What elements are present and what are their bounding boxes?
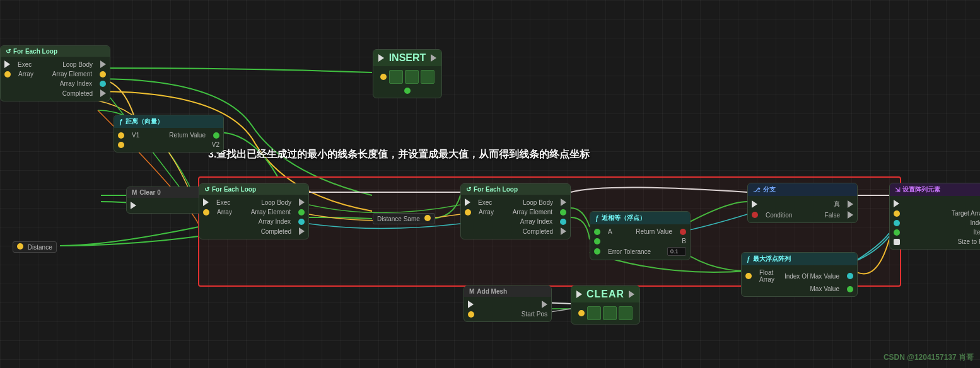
dist-return-pin [213, 132, 219, 139]
clear-body [571, 302, 639, 324]
clear-sq-2 [603, 306, 617, 320]
v2-pin [118, 142, 124, 148]
branch-header: ⎇ 分支 [748, 183, 857, 196]
insert-node: INSERT [373, 49, 442, 98]
ne-return-pin [680, 229, 686, 235]
mf-array-pin [745, 273, 752, 279]
insert-exec-out [431, 54, 436, 62]
for-each-mid-left-icon: ↺ [204, 186, 209, 193]
insert-sq-2 [405, 70, 419, 84]
mr-array-in [465, 209, 471, 216]
sa-index-pin [894, 220, 900, 226]
sa-sizefit-pin [894, 239, 900, 245]
mr-loop-body [561, 198, 566, 206]
ml-exec-in [203, 198, 209, 206]
ml-array-elem [298, 209, 305, 216]
sa-target-pin [894, 210, 900, 217]
error-tolerance-input[interactable] [667, 247, 686, 256]
branch-cond-pin [752, 212, 758, 218]
clear-node: CLEAR [571, 285, 640, 325]
mr-completed [561, 227, 566, 235]
clear0-exec-in [131, 202, 136, 209]
insert-array-pin [380, 74, 387, 80]
mf-maxval-pin [847, 286, 853, 292]
loop-body-pin [100, 60, 106, 68]
max-float-header: ƒ 最大浮点阵列 [742, 253, 857, 265]
clear-sq-1 [587, 306, 601, 320]
branch-true-pin [848, 200, 853, 208]
clear-exec-out [629, 290, 634, 298]
insert-sq-1 [389, 70, 403, 84]
mr-array-idx [560, 219, 566, 225]
distance-label: Distance [13, 241, 57, 253]
clear-sq-3 [619, 306, 633, 320]
annotation-text: 3.查找出已经生成过的最小的线条长度值，并设置成最大值，从而得到线条的终点坐标 [208, 148, 590, 161]
distance-header: ƒ 距离（向量） [114, 115, 223, 128]
array-element-pin [100, 71, 106, 78]
sa-exec-in [894, 200, 899, 207]
clear-array-pin [578, 310, 585, 316]
ne-a-pin [594, 229, 600, 235]
set-array-elem-node: ⇲ 设置阵列元素 Target Array Index Item Size to… [889, 183, 980, 250]
for-each-mid-left: ↺ For Each Loop Exec Loop Body Array Arr… [199, 183, 309, 239]
for-each-mid-right-icon: ↺ [466, 186, 471, 193]
func-ne-icon: ƒ [595, 215, 599, 222]
insert-squares [389, 70, 435, 84]
mf-index-pin [847, 273, 853, 279]
add-mesh-header: M Add Mesh [464, 286, 551, 297]
watermark: CSDN @1204157137 肖哥 [884, 352, 974, 363]
for-each-mid-right: ↺ For Each Loop Exec Loop Body Array Arr… [460, 183, 571, 239]
ml-array-in [203, 209, 209, 216]
for-each-header-top: ↺ For Each Loop [1, 46, 110, 57]
max-float-node: ƒ 最大浮点阵列 Float Array Index Of Max Value … [741, 252, 858, 297]
exec-in-pin [4, 60, 10, 68]
branch-node: ⎇ 分支 真 Condition False [747, 183, 858, 223]
insert-item-pin [404, 88, 411, 94]
near-equal-header: ƒ 近相等（浮点） [590, 212, 690, 224]
clear-header: CLEAR [571, 286, 639, 302]
distance-same-label: Distance Same [373, 213, 435, 224]
func-icon: ƒ [119, 118, 123, 125]
macro-mesh-icon: M [469, 288, 474, 295]
for-each-mid-right-header: ↺ For Each Loop [461, 184, 570, 195]
insert-exec-in [378, 54, 384, 62]
clear-squares [587, 306, 633, 320]
ne-b-pin [594, 238, 600, 244]
am-exec-in [468, 301, 474, 308]
array-in-pin [4, 71, 11, 78]
for-each-icon-top: ↺ [6, 48, 11, 55]
am-exec-out [542, 301, 547, 308]
insert-header: INSERT [373, 50, 441, 66]
mr-array-elem [560, 209, 566, 216]
func-mf-icon: ƒ [747, 256, 750, 263]
insert-sq-3 [421, 70, 435, 84]
branch-exec-in [752, 200, 757, 208]
insert-body [373, 66, 441, 98]
mr-exec-in [465, 198, 470, 206]
add-mesh-node: M Add Mesh Start Pos [464, 285, 552, 322]
completed-pin [100, 89, 106, 97]
distance-vector-node: ƒ 距离（向量） V1 Return Value V2 [114, 115, 224, 152]
branch-false-pin [848, 211, 853, 219]
dist-same-pin [424, 215, 431, 221]
ne-tol-pin [594, 248, 600, 255]
ml-loop-body [299, 198, 305, 206]
v1-pin [118, 132, 124, 139]
func-sa-icon: ⇲ [895, 187, 900, 193]
sa-item-pin [894, 229, 900, 236]
ml-completed [299, 227, 305, 235]
branch-icon: ⎇ [753, 187, 761, 193]
macro-icon: M [132, 189, 137, 196]
ml-array-idx [298, 219, 305, 225]
clear-exec-in [576, 290, 582, 298]
for-each-loop-top: ↺ For Each Loop Exec Loop Body Array Arr… [0, 45, 110, 101]
distance-out-pin [17, 243, 23, 250]
set-array-header: ⇲ 设置阵列元素 [890, 183, 980, 196]
for-each-mid-left-header: ↺ For Each Loop [199, 184, 308, 195]
am-startpos-pin [468, 311, 474, 318]
near-equal-node: ƒ 近相等（浮点） A Return Value B Error Toleran… [590, 211, 691, 260]
array-index-pin [100, 81, 106, 87]
